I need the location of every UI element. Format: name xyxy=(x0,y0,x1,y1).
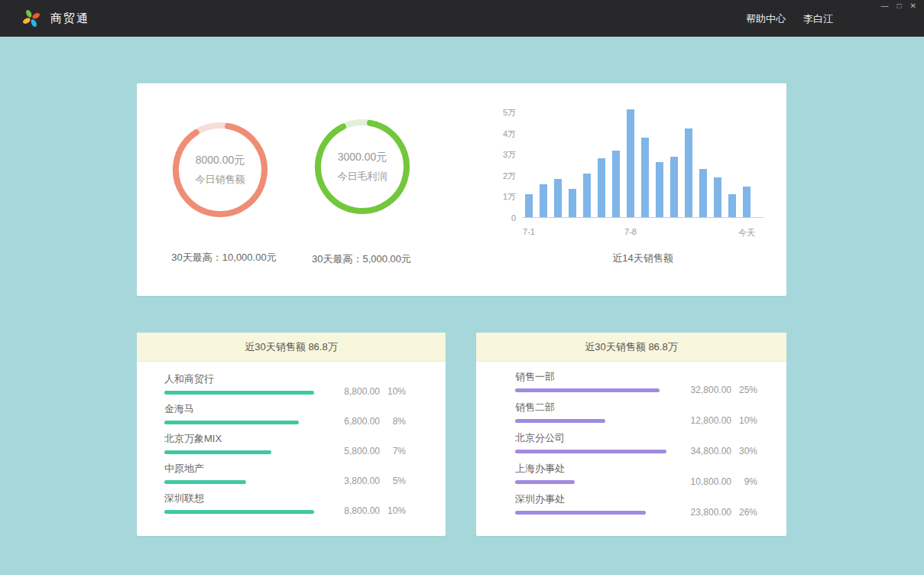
sales-row: 北京万象MIX5,800.007% xyxy=(164,431,406,461)
row-name: 北京万象MIX xyxy=(164,433,406,445)
row-values: 34,800.0030% xyxy=(670,446,757,456)
row-percent: 10% xyxy=(380,386,406,397)
sales-row: 北京分公司34,800.0030% xyxy=(515,430,757,461)
row-name: 深圳联想 xyxy=(164,492,406,505)
row-name: 金海马 xyxy=(164,403,406,415)
sales-bar xyxy=(554,179,562,217)
maximize-icon[interactable]: □ xyxy=(897,2,902,11)
y-tick-label: 0 xyxy=(499,213,516,223)
app-title: 商贸通 xyxy=(50,11,89,26)
row-name: 中原地产 xyxy=(164,463,406,475)
sales-bar xyxy=(743,187,751,217)
row-name: 深圳办事处 xyxy=(515,493,757,505)
today-sales-donut: 8000.00元 今日销售额 xyxy=(170,120,270,219)
y-tick-label: 3万 xyxy=(499,149,516,160)
row-name: 销售一部 xyxy=(515,371,757,383)
row-amount: 34,800.00 xyxy=(670,446,731,456)
today-profit-value: 3000.00元 xyxy=(338,151,387,164)
sales-bar xyxy=(569,189,576,217)
row-values: 3,800.005% xyxy=(319,476,406,486)
sales-row: 销售一部32,800.0025% xyxy=(515,369,757,400)
row-percent: 5% xyxy=(380,476,406,486)
row-bar xyxy=(164,391,314,395)
row-bar xyxy=(515,419,605,423)
sales-row: 上海办事处10,800.009% xyxy=(515,461,757,492)
row-name: 销售二部 xyxy=(515,401,757,414)
sales-row: 金海马6,800.008% xyxy=(164,401,406,431)
customers-panel: 近30天销售额 86.8万 人和商贸行8,800.0010%金海马6,800.0… xyxy=(137,333,446,536)
overview-card: 8000.00元 今日销售额 30天最高：10,000.00元 3000.00元… xyxy=(137,83,786,296)
sales-bar xyxy=(670,157,678,217)
sales-bar xyxy=(627,109,634,217)
row-amount: 10,800.00 xyxy=(670,476,731,487)
row-amount: 6,800.00 xyxy=(319,416,380,427)
row-name: 北京分公司 xyxy=(515,432,757,444)
sales-bar xyxy=(583,174,591,217)
row-name: 人和商贸行 xyxy=(164,373,406,385)
row-bar xyxy=(515,450,666,453)
minimize-icon[interactable]: — xyxy=(881,2,889,11)
row-name: 上海办事处 xyxy=(515,463,757,475)
bar-chart-title: 近14天销售额 xyxy=(522,252,764,265)
row-percent: 26% xyxy=(731,507,757,518)
row-percent: 30% xyxy=(731,446,757,456)
departments-panel: 近30天销售额 86.8万 销售一部32,800.0025%销售二部12,800… xyxy=(476,333,786,536)
row-amount: 23,800.00 xyxy=(670,507,731,518)
today-profit-donut: 3000.00元 今日毛利润 xyxy=(313,117,412,216)
sales-row: 销售二部12,800.0010% xyxy=(515,400,757,430)
row-values: 23,800.0026% xyxy=(670,507,757,518)
row-bar xyxy=(164,450,271,454)
row-bar xyxy=(515,480,575,484)
sales-bar xyxy=(685,128,692,217)
titlebar: 商贸通 帮助中心 李白江 — □ ✕ xyxy=(0,0,924,37)
row-amount: 8,800.00 xyxy=(319,505,380,516)
row-amount: 5,800.00 xyxy=(319,446,380,456)
row-amount: 3,800.00 xyxy=(319,476,380,486)
row-amount: 32,800.00 xyxy=(670,385,731,395)
row-bar xyxy=(515,511,646,515)
sales-row: 中原地产3,800.005% xyxy=(164,461,406,491)
row-percent: 10% xyxy=(380,505,406,516)
x-tick-label: 今天 xyxy=(738,227,755,239)
sales-bar xyxy=(540,184,547,217)
user-menu[interactable]: 李白江 xyxy=(803,12,833,26)
row-bar xyxy=(164,480,246,484)
row-values: 10,800.009% xyxy=(670,476,757,487)
sales-bar xyxy=(699,169,707,217)
y-tick-label: 1万 xyxy=(499,191,516,202)
sales-bar xyxy=(714,177,721,217)
sales-bar xyxy=(598,158,605,217)
x-tick-label: 7-8 xyxy=(624,227,637,236)
sales-row: 深圳联想8,800.0010% xyxy=(164,491,406,521)
help-center-link[interactable]: 帮助中心 xyxy=(746,12,786,26)
sales-bar xyxy=(656,162,663,217)
row-percent: 9% xyxy=(731,476,757,487)
today-profit-label: 今日毛利润 xyxy=(338,170,387,184)
customers-list: 人和商贸行8,800.0010%金海马6,800.008%北京万象MIX5,80… xyxy=(137,362,446,521)
row-amount: 12,800.00 xyxy=(670,415,731,426)
row-percent: 25% xyxy=(731,385,757,395)
app-logo-icon xyxy=(21,8,41,28)
customers-panel-title: 近30天销售额 86.8万 xyxy=(137,333,446,362)
row-values: 5,800.007% xyxy=(319,446,406,456)
close-icon[interactable]: ✕ xyxy=(910,2,916,11)
row-values: 8,800.0010% xyxy=(319,386,406,397)
row-percent: 8% xyxy=(380,416,406,427)
bar-chart-plot xyxy=(522,106,764,218)
row-percent: 7% xyxy=(380,446,406,456)
row-values: 8,800.0010% xyxy=(319,505,406,516)
y-tick-label: 4万 xyxy=(499,128,516,139)
row-values: 12,800.0010% xyxy=(670,415,757,426)
sales-row: 深圳办事处23,800.0026% xyxy=(515,492,757,522)
departments-panel-title: 近30天销售额 86.8万 xyxy=(476,333,786,362)
sales-bar xyxy=(641,138,649,217)
row-percent: 10% xyxy=(731,415,757,426)
window-controls: — □ ✕ xyxy=(881,2,916,11)
row-amount: 8,800.00 xyxy=(319,386,380,397)
departments-list: 销售一部32,800.0025%销售二部12,800.0010%北京分公司34,… xyxy=(476,362,786,522)
sales-row: 人和商贸行8,800.0010% xyxy=(164,372,406,401)
row-values: 6,800.008% xyxy=(319,416,406,427)
today-sales-label: 今日销售额 xyxy=(196,173,245,187)
row-values: 32,800.0025% xyxy=(670,385,757,395)
row-bar xyxy=(164,510,314,514)
